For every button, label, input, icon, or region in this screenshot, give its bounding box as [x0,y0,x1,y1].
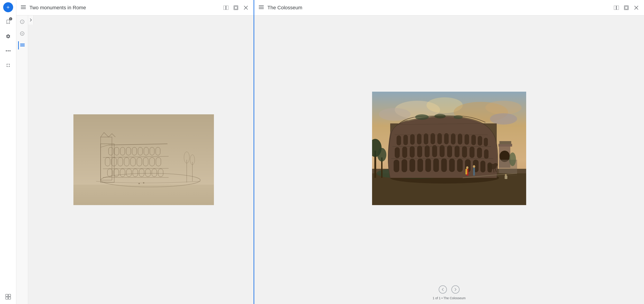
grid-icon [5,294,11,300]
right-panel-footer: 1 of 1 • The Colosseum [254,281,644,304]
svg-rect-126 [478,136,482,146]
svg-rect-10 [224,6,226,10]
svg-rect-69 [614,6,616,10]
svg-rect-127 [484,138,488,146]
svg-point-140 [509,152,516,166]
left-inner: i © [16,16,254,304]
left-artwork-container [42,25,244,295]
svg-point-144 [377,148,386,162]
svg-point-81 [490,113,517,125]
toggle-panel-arrow[interactable] [28,16,34,25]
colosseum-painting [372,92,526,205]
svg-text:©: © [21,33,23,35]
svg-rect-70 [616,6,619,10]
svg-rect-122 [451,133,456,145]
svg-rect-116 [410,134,415,145]
svg-rect-114 [396,135,401,145]
svg-rect-93 [433,158,439,172]
svg-rect-106 [432,145,437,157]
sidebar-item-more[interactable] [3,46,13,56]
svg-rect-68 [259,9,264,9]
svg-text:i: i [22,21,22,23]
svg-rect-107 [440,145,444,157]
page-info: 1 of 1 • The Colosseum [432,296,466,300]
sidebar-item-bookmark[interactable]: 2 [3,17,13,27]
svg-rect-109 [454,146,460,157]
expand-icon [6,63,11,68]
svg-point-2 [9,50,10,52]
svg-point-128 [415,114,429,120]
right-artwork-svg [372,92,526,205]
svg-rect-147 [466,169,467,174]
inner-text-btn[interactable] [18,41,26,50]
right-panel-content [254,16,644,281]
svg-rect-9 [21,9,26,9]
navigation-buttons [439,285,460,293]
svg-rect-110 [462,146,467,158]
svg-rect-125 [471,135,476,145]
svg-rect-101 [395,147,400,158]
sidebar-item-grid[interactable] [3,292,13,302]
svg-rect-3 [6,294,8,296]
svg-rect-157 [505,176,507,179]
right-fit-button[interactable] [622,4,630,12]
panel-left: Two monuments in Rome [16,0,254,304]
bookmark-badge: 2 [9,17,12,21]
svg-rect-24 [74,185,214,205]
svg-rect-21 [20,45,25,45]
left-fit-button[interactable] [232,4,240,12]
svg-rect-113 [484,149,488,159]
svg-rect-118 [424,133,428,145]
svg-rect-20 [20,44,25,44]
right-panel-header: The Colosseum [254,0,644,16]
inner-copyright-btn[interactable]: © [18,30,26,38]
global-sidebar: + 2 [0,0,16,304]
svg-rect-5 [6,297,8,299]
add-button[interactable]: + [3,2,13,12]
svg-rect-94 [441,158,447,172]
svg-rect-72 [625,6,628,9]
svg-rect-104 [417,146,422,157]
left-header-actions [222,4,250,12]
svg-rect-96 [457,159,463,172]
svg-rect-108 [447,145,452,157]
svg-point-145 [466,166,468,169]
right-split-view-button[interactable] [612,4,620,12]
right-menu-icon[interactable] [258,4,265,11]
sidebar-item-expand[interactable] [3,60,13,70]
svg-rect-92 [425,158,431,172]
more-icon [6,50,11,52]
left-menu-icon[interactable] [20,4,27,11]
svg-point-80 [379,108,410,121]
svg-rect-11 [226,6,228,10]
right-panel-title: The Colosseum [268,5,610,11]
sidebar-item-settings[interactable] [3,31,13,41]
svg-rect-111 [470,147,474,158]
svg-rect-91 [418,159,423,172]
svg-point-156 [505,174,507,176]
left-split-view-button[interactable] [222,4,230,12]
svg-point-129 [434,114,446,118]
svg-point-130 [454,115,463,119]
left-close-button[interactable] [242,4,250,12]
svg-line-153 [491,169,492,172]
svg-rect-88 [394,160,399,172]
right-header-actions [612,4,640,12]
svg-rect-149 [473,168,475,176]
svg-rect-67 [259,7,264,8]
svg-rect-138 [500,141,511,144]
svg-point-79 [486,101,522,114]
svg-rect-99 [480,161,486,172]
inner-info-btn[interactable]: i [18,18,26,26]
svg-point-1 [8,50,8,52]
prev-button[interactable] [439,285,447,293]
main-content: Two monuments in Rome [16,0,644,304]
right-close-button[interactable] [632,4,640,12]
svg-rect-124 [464,134,469,145]
svg-rect-66 [259,6,264,6]
svg-rect-112 [477,147,482,158]
left-panel-header: Two monuments in Rome [16,0,254,16]
next-button[interactable] [452,285,460,293]
left-panel-title: Two monuments in Rome [30,5,219,11]
sidebar-bottom [3,292,13,302]
